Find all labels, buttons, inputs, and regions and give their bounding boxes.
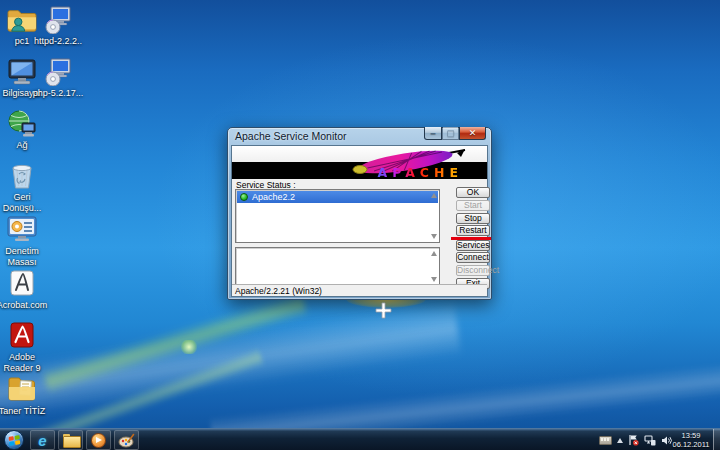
status-message-list[interactable] bbox=[235, 247, 440, 286]
desktop-icon-label: Adobe Reader 9 bbox=[0, 352, 50, 373]
close-button[interactable]: ✕ bbox=[459, 127, 486, 140]
desktop-icon-label: Geri Dönüşü... bbox=[0, 192, 50, 213]
clock-time: 13:59 bbox=[671, 431, 711, 440]
scroll-down-icon[interactable] bbox=[431, 277, 437, 282]
apache-service-monitor-window: Apache Service Monitor – ▢ ✕ APACHE bbox=[227, 127, 492, 300]
desktop-icon-acrobat-com[interactable]: Acrobat.com bbox=[0, 270, 50, 311]
window-body: APACHE Service Status : Apache2.2 OK Sta… bbox=[231, 145, 488, 297]
taskbar-clock[interactable]: 13:59 06.12.2011 bbox=[671, 431, 711, 450]
installer-icon bbox=[42, 58, 74, 86]
desktop-icon-httpd-installer[interactable]: httpd-2.2.2.. bbox=[30, 6, 86, 47]
desktop-icon-label: Taner TİTİZ bbox=[0, 406, 50, 417]
desktop-icon-label: Ağ bbox=[0, 140, 50, 151]
internet-explorer-icon: e bbox=[38, 433, 46, 448]
paint-icon bbox=[118, 433, 135, 448]
connect-button[interactable]: Connect bbox=[456, 252, 490, 263]
taskbar-item-paint[interactable] bbox=[114, 430, 139, 450]
scroll-up-icon[interactable] bbox=[431, 251, 437, 256]
wallpaper-sparkle bbox=[180, 340, 198, 354]
system-tray bbox=[599, 429, 672, 450]
minimize-button[interactable]: – bbox=[424, 127, 442, 140]
show-desktop-button[interactable] bbox=[713, 429, 720, 450]
restart-highlight-annotation bbox=[451, 237, 491, 240]
recycle-bin-icon bbox=[6, 162, 38, 190]
desktop-icon-label: php-5.2.17... bbox=[30, 88, 86, 99]
service-list-item-selected[interactable]: Apache2.2 bbox=[237, 191, 438, 203]
stop-button[interactable]: Stop bbox=[456, 213, 490, 224]
window-title: Apache Service Monitor bbox=[235, 128, 346, 145]
start-button[interactable] bbox=[4, 430, 24, 450]
restart-button[interactable]: Restart bbox=[456, 225, 490, 236]
wallpaper-green-streak bbox=[42, 291, 308, 395]
desktop-icon-label: Acrobat.com bbox=[0, 300, 50, 311]
maximize-button: ▢ bbox=[442, 127, 459, 140]
window-status-bar: Apache/2.2.21 (Win32) bbox=[232, 284, 487, 296]
apache-logo-text: APACHE bbox=[377, 165, 463, 180]
installer-icon bbox=[42, 6, 74, 34]
window-titlebar[interactable]: Apache Service Monitor – ▢ ✕ bbox=[231, 128, 488, 145]
desktop-icon-network[interactable]: Ağ bbox=[0, 110, 50, 151]
action-center-icon[interactable] bbox=[628, 434, 639, 446]
service-list[interactable]: Apache2.2 bbox=[235, 189, 440, 243]
wallpaper-light-streak bbox=[0, 300, 461, 428]
disconnect-button: Disconnect bbox=[456, 265, 490, 276]
network-icon[interactable] bbox=[644, 435, 656, 446]
folder-icon bbox=[6, 376, 38, 404]
show-hidden-icons-button[interactable] bbox=[617, 438, 623, 443]
acrobat-icon bbox=[6, 270, 38, 298]
desktop-icon-adobe-reader[interactable]: Adobe Reader 9 bbox=[0, 322, 50, 373]
clock-date: 06.12.2011 bbox=[671, 440, 711, 449]
service-running-icon bbox=[240, 193, 248, 201]
desktop-icon-php-installer[interactable]: php-5.2.17... bbox=[30, 58, 86, 99]
desktop-icon-user-folder[interactable]: Taner TİTİZ bbox=[0, 376, 50, 417]
start-button: Start bbox=[456, 200, 490, 211]
desktop-icon-label: Denetim Masası bbox=[0, 246, 50, 267]
control-panel-icon bbox=[6, 216, 38, 244]
desktop-icon-label: httpd-2.2.2.. bbox=[30, 36, 86, 47]
scroll-up-icon[interactable] bbox=[431, 193, 437, 198]
service-name: Apache2.2 bbox=[252, 192, 295, 202]
taskbar-item-windows-explorer[interactable] bbox=[58, 430, 83, 450]
adobe-reader-icon bbox=[6, 322, 38, 350]
windows-logo-icon bbox=[9, 435, 21, 447]
taskbar: e bbox=[0, 428, 720, 450]
network-globe-icon bbox=[6, 110, 38, 138]
input-indicator-icon[interactable] bbox=[599, 436, 612, 445]
folder-icon bbox=[63, 434, 79, 446]
desktop-icon-recycle-bin[interactable]: Geri Dönüşü... bbox=[0, 162, 50, 213]
scroll-down-icon[interactable] bbox=[431, 234, 437, 239]
services-button[interactable]: Services bbox=[456, 240, 490, 251]
taskbar-item-internet-explorer[interactable]: e bbox=[30, 430, 55, 450]
ok-button[interactable]: OK bbox=[456, 187, 490, 198]
desktop-icon-control-panel[interactable]: Denetim Masası bbox=[0, 216, 50, 267]
taskbar-item-media-player[interactable] bbox=[86, 430, 111, 450]
media-player-icon bbox=[91, 433, 106, 448]
